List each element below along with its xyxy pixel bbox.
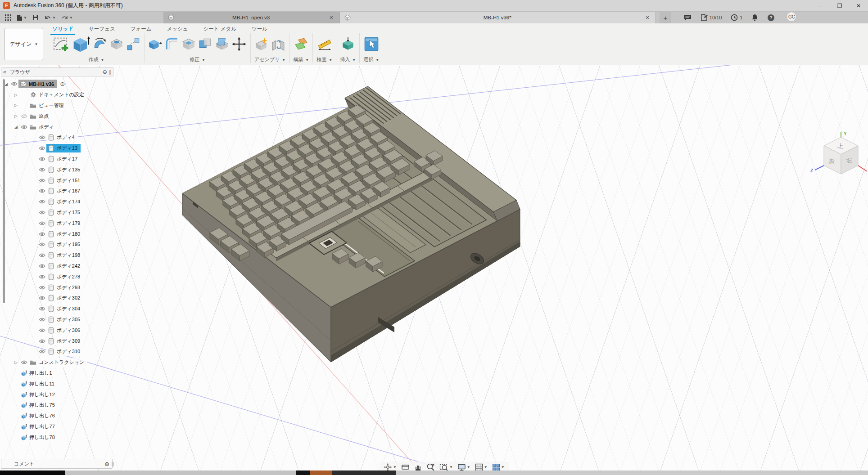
extrude-icon[interactable] <box>72 35 90 53</box>
visibility-eye-icon[interactable] <box>37 339 46 344</box>
visibility-eye-icon[interactable] <box>37 285 46 290</box>
tab-close-icon[interactable]: ✕ <box>328 15 335 21</box>
tree-item-chip[interactable]: ボディ17 <box>46 155 81 163</box>
tree-item-chip[interactable]: ボディ306 <box>46 326 83 335</box>
undo-icon[interactable]: ▼ <box>42 12 58 23</box>
create-sketch-icon[interactable] <box>52 35 70 53</box>
tree-row-ボディ278[interactable]: ボディ278 <box>1 271 113 282</box>
viewport-3d[interactable]: 上 前 右 Y Z X <box>0 65 868 475</box>
tree-expand-icon[interactable]: ▷ <box>13 103 19 108</box>
browser-header[interactable]: « ブラウザ ⊖ || <box>1 67 113 76</box>
visibility-eye-icon[interactable] <box>37 232 46 237</box>
tree-item-chip[interactable]: ボディ4 <box>46 133 78 142</box>
measure-icon[interactable] <box>317 37 332 51</box>
visibility-eye-icon[interactable] <box>37 296 46 300</box>
new-tab-button[interactable]: + <box>660 12 671 23</box>
press-pull-icon[interactable] <box>148 37 163 51</box>
group-label-modify[interactable]: 修正 ▼ <box>190 56 205 63</box>
tree-item-chip[interactable]: 押し出し78 <box>19 433 58 442</box>
visibility-eye-icon[interactable] <box>37 264 46 269</box>
visibility-eye-icon[interactable] <box>37 146 46 151</box>
tree-row-ボディ198[interactable]: ボディ198 <box>1 250 113 261</box>
tree-row-押し出し78[interactable]: 押し出し78 <box>1 432 113 443</box>
select-icon[interactable] <box>364 36 379 52</box>
tree-expand-icon[interactable]: ▷ <box>13 93 19 97</box>
joint-icon[interactable] <box>271 37 285 51</box>
tree-item-chip[interactable]: 押し出し1 <box>19 369 55 377</box>
tree-row-ボディ4[interactable]: ボディ4 <box>1 132 113 143</box>
visibility-eye-icon[interactable] <box>37 274 46 279</box>
visibility-off-icon[interactable] <box>19 114 28 119</box>
pattern-icon[interactable] <box>126 37 140 51</box>
visibility-eye-icon[interactable] <box>37 188 46 193</box>
tree-row-ボディ180[interactable]: ボディ180 <box>1 229 113 239</box>
tree-item-chip[interactable]: ボディ13 <box>46 144 81 152</box>
tree-item-chip[interactable]: ボディ <box>28 123 57 131</box>
tree-item-chip[interactable]: ボディ302 <box>46 294 83 302</box>
tree-row-ボディ175[interactable]: ボディ175 <box>1 207 113 218</box>
maximize-button[interactable]: ❐ <box>830 0 849 11</box>
activate-component-radio[interactable]: ⊙ <box>60 81 65 87</box>
tree-row-MB-H1 v36[interactable]: ◢MB-H1 v36⊙ <box>1 79 113 90</box>
tree-row-コンストラクション[interactable]: ▷コンストラクション <box>1 357 113 368</box>
comment-bar[interactable]: コメント ⊕ || <box>1 459 113 469</box>
tree-row-ボディ17[interactable]: ボディ17 <box>1 154 113 165</box>
combine-icon[interactable] <box>198 37 212 51</box>
move-copy-icon[interactable] <box>231 36 247 52</box>
tree-item-chip[interactable]: ボディ305 <box>46 315 83 324</box>
tree-row-押し出し77[interactable]: 押し出し77 <box>1 421 113 432</box>
tree-row-ボディ306[interactable]: ボディ306 <box>1 325 113 336</box>
tree-item-chip[interactable]: 押し出し12 <box>19 390 58 399</box>
fillet-icon[interactable] <box>165 37 179 51</box>
view-cube[interactable]: 上 前 右 Y Z X <box>809 131 868 187</box>
tree-row-押し出し76[interactable]: 押し出し76 <box>1 411 113 421</box>
tree-item-chip[interactable]: 押し出し75 <box>19 401 58 409</box>
tree-row-ボディ310[interactable]: ボディ310 <box>1 346 113 357</box>
visibility-eye-icon[interactable] <box>19 360 28 365</box>
insert-icon[interactable] <box>341 37 355 51</box>
tree-row-ボディ135[interactable]: ボディ135 <box>1 164 113 175</box>
visibility-eye-icon[interactable] <box>37 199 46 204</box>
tab-close-icon[interactable]: ✕ <box>644 15 651 21</box>
construction-plane-icon[interactable] <box>294 37 309 51</box>
tree-expand-icon[interactable]: ▷ <box>13 360 19 365</box>
tree-row-ボディ242[interactable]: ボディ242 <box>1 261 113 272</box>
tree-item-chip[interactable]: 押し出し11 <box>19 380 58 388</box>
visibility-eye-icon[interactable] <box>37 157 46 161</box>
tree-row-ボディ13[interactable]: ボディ13 <box>1 143 113 154</box>
new-component-icon[interactable] <box>254 37 269 51</box>
visibility-eye-icon[interactable] <box>19 125 28 130</box>
tree-item-chip[interactable]: 押し出し76 <box>19 412 58 420</box>
visibility-eye-icon[interactable] <box>37 221 46 226</box>
redo-icon[interactable]: ▼ <box>59 12 75 23</box>
doc-tab-mb-h1[interactable]: MB-H1 v36* ✕ <box>340 12 656 23</box>
tree-row-ボディ195[interactable]: ボディ195 <box>1 239 113 250</box>
tree-item-chip[interactable]: ボディ242 <box>46 262 83 270</box>
tree-item-chip[interactable]: コンストラクション <box>28 358 87 367</box>
tree-item-chip[interactable]: ボディ180 <box>46 230 83 238</box>
tree-item-chip[interactable]: ビュー管理 <box>28 101 67 110</box>
minimize-button[interactable]: ─ <box>811 0 830 11</box>
tree-row-ボディ151[interactable]: ボディ151 <box>1 175 113 186</box>
visibility-eye-icon[interactable] <box>37 242 46 247</box>
viewcube-right-label[interactable]: 右 <box>846 157 853 164</box>
browser-scrollbar[interactable] <box>3 79 5 303</box>
app-grid-icon[interactable] <box>3 12 14 23</box>
tree-item-chip[interactable]: ボディ309 <box>46 337 83 345</box>
visibility-eye-icon[interactable] <box>37 167 46 172</box>
tree-expand-icon[interactable]: ◢ <box>13 125 19 129</box>
tree-item-chip[interactable]: ボディ179 <box>46 219 83 228</box>
group-label-insert[interactable]: 挿入 ▼ <box>340 56 356 63</box>
group-label-construct[interactable]: 構築 ▼ <box>293 56 309 63</box>
file-menu-icon[interactable]: ▼ <box>14 12 29 23</box>
tree-row-ボディ[interactable]: ◢ボディ <box>1 121 113 132</box>
tree-expand-icon[interactable]: ▷ <box>13 114 19 118</box>
hole-icon[interactable] <box>109 37 124 51</box>
tree-row-ボディ304[interactable]: ボディ304 <box>1 304 113 314</box>
tree-row-原点[interactable]: ▷原点 <box>1 111 113 121</box>
collapse-panel-icon[interactable]: « <box>3 69 6 75</box>
notifications-bell-icon[interactable] <box>751 14 758 21</box>
comment-grip-handle[interactable]: || <box>112 462 114 466</box>
tree-row-ボディ309[interactable]: ボディ309 <box>1 336 113 346</box>
tree-row-押し出し12[interactable]: 押し出し12 <box>1 389 113 400</box>
